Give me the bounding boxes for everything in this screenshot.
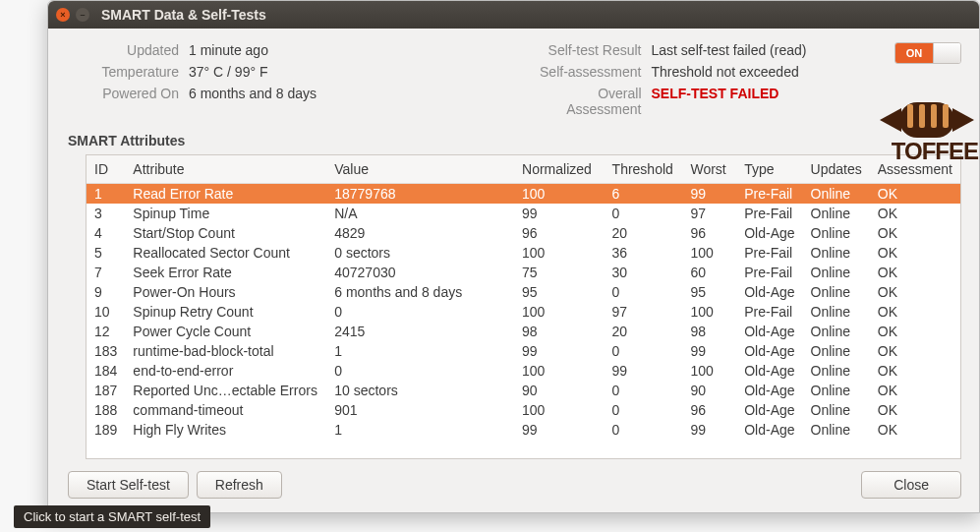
- updated-value: 1 minute ago: [189, 42, 268, 58]
- cell-worst: 99: [682, 184, 736, 205]
- table-row[interactable]: 12Power Cycle Count2415982098Old-AgeOnli…: [86, 322, 960, 341]
- cell-id: 3: [86, 204, 125, 223]
- cell-updates: Online: [803, 302, 870, 322]
- cell-thresh: 97: [605, 302, 683, 322]
- cell-id: 184: [86, 361, 125, 381]
- cell-thresh: 6: [605, 184, 683, 205]
- cell-thresh: 0: [605, 282, 683, 302]
- col-worst[interactable]: Worst: [682, 155, 736, 184]
- cell-value: 1: [326, 420, 514, 440]
- col-type[interactable]: Type: [736, 155, 802, 184]
- cell-type: Old-Age: [736, 420, 802, 440]
- cell-assess: OK: [870, 282, 960, 302]
- self-assessment-label: Self-assessment: [529, 64, 652, 80]
- cell-id: 187: [86, 381, 125, 400]
- cell-thresh: 0: [605, 204, 683, 223]
- table-row[interactable]: 3Spinup TimeN/A99097Pre-FailOnlineOK: [86, 204, 960, 223]
- col-threshold[interactable]: Threshold: [605, 155, 683, 184]
- table-row[interactable]: 7Seek Error Rate40727030753060Pre-FailOn…: [86, 263, 960, 282]
- selftest-result-label: Self-test Result: [529, 42, 652, 58]
- cell-worst: 96: [682, 400, 736, 420]
- cell-assess: OK: [870, 361, 960, 381]
- attributes-heading: SMART Attributes: [68, 133, 961, 148]
- minimize-window-icon[interactable]: –: [76, 8, 89, 22]
- table-row[interactable]: 9Power-On Hours6 months and 8 days95095O…: [86, 282, 960, 302]
- cell-updates: Online: [803, 282, 870, 302]
- temperature-label: Temperature: [66, 64, 189, 80]
- cell-attr: Reallocated Sector Count: [125, 243, 326, 263]
- self-assessment-value: Threshold not exceeded: [652, 64, 799, 80]
- table-row[interactable]: 10Spinup Retry Count010097100Pre-FailOnl…: [86, 302, 960, 322]
- col-id[interactable]: ID: [86, 155, 125, 184]
- col-value[interactable]: Value: [326, 155, 514, 184]
- smart-enable-switch[interactable]: ON: [894, 42, 961, 64]
- table-row[interactable]: 4Start/Stop Count4829962096Old-AgeOnline…: [86, 223, 960, 243]
- cell-type: Pre-Fail: [736, 204, 802, 223]
- cell-attr: Power Cycle Count: [125, 322, 326, 341]
- cell-updates: Online: [803, 263, 870, 282]
- table-row[interactable]: 188command-timeout901100096Old-AgeOnline…: [86, 400, 960, 420]
- cell-thresh: 99: [605, 361, 683, 381]
- cell-worst: 99: [682, 420, 736, 440]
- cell-assess: OK: [870, 243, 960, 263]
- col-normalized[interactable]: Normalized: [514, 155, 605, 184]
- table-row[interactable]: 1Read Error Rate18779768100699Pre-FailOn…: [86, 184, 960, 205]
- cell-assess: OK: [870, 223, 960, 243]
- cell-type: Old-Age: [736, 282, 802, 302]
- attributes-table-wrap[interactable]: ID Attribute Value Normalized Threshold …: [86, 154, 961, 459]
- table-row[interactable]: 184end-to-end-error010099100Old-AgeOnlin…: [86, 361, 960, 381]
- cell-updates: Online: [803, 381, 870, 400]
- cell-updates: Online: [803, 361, 870, 381]
- overall-assessment-value: SELF-TEST FAILED: [652, 86, 779, 101]
- summary-left-col: Updated 1 minute ago Temperature 37° C /…: [66, 42, 499, 123]
- cell-attr: Reported Unc…ectable Errors: [125, 381, 326, 400]
- cell-updates: Online: [803, 341, 870, 361]
- cell-thresh: 30: [605, 263, 683, 282]
- cell-updates: Online: [803, 184, 870, 205]
- cell-assess: OK: [870, 420, 960, 440]
- cell-thresh: 0: [605, 420, 683, 440]
- cell-norm: 95: [514, 282, 605, 302]
- close-window-icon[interactable]: ×: [56, 8, 70, 22]
- cell-updates: Online: [803, 322, 870, 341]
- cell-type: Pre-Fail: [736, 184, 802, 205]
- cell-thresh: 36: [605, 243, 683, 263]
- titlebar[interactable]: × – SMART Data & Self-Tests: [48, 1, 979, 29]
- col-assessment[interactable]: Assessment: [870, 155, 960, 184]
- cell-updates: Online: [803, 243, 870, 263]
- table-row[interactable]: 187Reported Unc…ectable Errors10 sectors…: [86, 381, 960, 400]
- cell-updates: Online: [803, 204, 870, 223]
- cell-assess: OK: [870, 381, 960, 400]
- cell-norm: 99: [514, 204, 605, 223]
- table-row[interactable]: 189High Fly Writes199099Old-AgeOnlineOK: [86, 420, 960, 440]
- cell-type: Old-Age: [736, 361, 802, 381]
- cell-id: 9: [86, 282, 125, 302]
- table-row[interactable]: 5Reallocated Sector Count0 sectors100361…: [86, 243, 960, 263]
- cell-assess: OK: [870, 400, 960, 420]
- refresh-button[interactable]: Refresh: [197, 471, 282, 499]
- cell-type: Pre-Fail: [736, 263, 802, 282]
- cell-assess: OK: [870, 184, 960, 205]
- temperature-row: Temperature 37° C / 99° F: [66, 64, 499, 80]
- updated-row: Updated 1 minute ago: [66, 42, 499, 58]
- cell-type: Old-Age: [736, 341, 802, 361]
- cell-value: 901: [326, 400, 514, 420]
- selftest-result-value: Last self-test failed (read): [652, 42, 807, 58]
- col-attribute[interactable]: Attribute: [125, 155, 326, 184]
- cell-value: 0: [326, 361, 514, 381]
- powered-on-label: Powered On: [66, 86, 189, 101]
- cell-norm: 100: [514, 400, 605, 420]
- table-row[interactable]: 183runtime-bad-block-total199099Old-AgeO…: [86, 341, 960, 361]
- selftest-tooltip: Click to start a SMART self-test: [14, 505, 210, 528]
- cell-type: Old-Age: [736, 400, 802, 420]
- col-updates[interactable]: Updates: [803, 155, 870, 184]
- cell-norm: 99: [514, 341, 605, 361]
- cell-value: N/A: [326, 204, 514, 223]
- cell-value: 4829: [326, 223, 514, 243]
- button-bar: Start Self-test Refresh Close: [66, 471, 961, 499]
- cell-id: 183: [86, 341, 125, 361]
- powered-on-value: 6 months and 8 days: [189, 86, 317, 101]
- close-button[interactable]: Close: [861, 471, 961, 499]
- start-selftest-button[interactable]: Start Self-test: [68, 471, 189, 499]
- summary-grid: Updated 1 minute ago Temperature 37° C /…: [66, 42, 961, 123]
